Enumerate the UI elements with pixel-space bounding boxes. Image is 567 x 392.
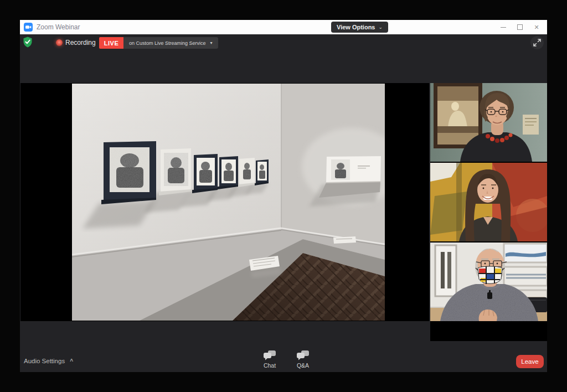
dropdown-caret-icon: ▾ [210,40,213,45]
zoom-webinar-window: Zoom Webinar View Options ⌄ ✕ Recording … [20,20,547,372]
participant-video-2[interactable] [430,163,547,241]
gallery-room-image [72,84,385,321]
chat-button[interactable]: Chat [253,350,286,369]
security-shield-icon[interactable] [23,37,33,48]
qa-button[interactable]: Q&A [286,350,319,369]
minimize-button[interactable] [495,20,512,34]
live-badge: LIVE [99,37,123,49]
close-button[interactable]: ✕ [528,20,545,34]
chat-label: Chat [264,362,276,369]
audio-settings-label: Audio Settings [24,358,65,364]
chat-bubbles-icon [263,350,276,360]
zoom-app-icon [24,23,33,32]
desktop-background: Zoom Webinar View Options ⌄ ✕ Recording … [0,0,567,392]
qa-bubbles-icon [296,350,310,360]
view-options-label: View Options [337,24,375,30]
participants-sidebar [430,83,547,341]
main-video-gallery[interactable] [20,83,429,321]
participant-video-3[interactable] [430,243,547,321]
participant-video-1[interactable] [430,83,547,162]
window-titlebar[interactable]: Zoom Webinar View Options ⌄ ✕ [20,20,547,34]
qa-label: Q&A [297,362,309,369]
recording-label: Recording [65,39,96,47]
expand-arrows-icon [532,37,543,48]
maximize-button[interactable] [512,20,528,34]
window-title: Zoom Webinar [37,23,80,31]
maximize-icon [517,24,523,30]
stream-service-label: on Custom Live Streaming Service [129,40,206,46]
chevron-down-icon: ⌄ [378,24,383,30]
minimize-icon [501,27,506,28]
chevron-up-icon: ^ [70,358,73,364]
leave-button[interactable]: Leave [516,355,544,368]
stream-service-dropdown[interactable]: on Custom Live Streaming Service ▾ [123,37,218,49]
recording-dot-icon [56,39,63,46]
window-controls: ✕ [495,20,545,34]
audio-settings-button[interactable]: Audio Settings ^ [24,358,73,364]
view-options-button[interactable]: View Options ⌄ [331,22,388,33]
fullscreen-expand-button[interactable] [530,36,544,49]
